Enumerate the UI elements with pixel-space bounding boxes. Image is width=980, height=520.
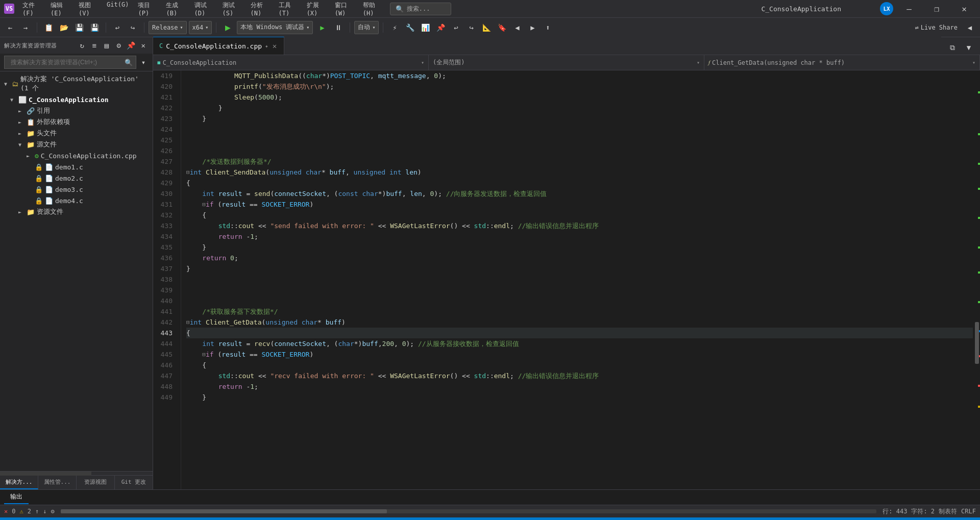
split-editor-button[interactable]: ⧉	[945, 40, 960, 55]
close-sidebar-icon[interactable]: ✕	[138, 40, 149, 51]
status-bar: ⚡ 就绪 ↑↓ 0 / 0 ↑ ✏ 字符: 2 ⑂ master 🖥 ECRS-…	[0, 517, 980, 520]
menu-extensions[interactable]: 扩展(X)	[303, 0, 330, 19]
code-content[interactable]: MQTT_PublishData((char*)POST_TOPIC, mqtt…	[181, 70, 973, 489]
menu-help[interactable]: 帮助(H)	[359, 0, 386, 19]
toolbar-btn-7[interactable]: 📐	[479, 20, 494, 35]
line-num-435: 435	[153, 242, 177, 253]
undo-button[interactable]: ↩	[110, 20, 125, 35]
toolbar-btn-10[interactable]: ▶	[525, 20, 540, 35]
tree-item-source[interactable]: ▼ 📁 源文件	[0, 139, 153, 150]
toolbar-btn-5[interactable]: ↩	[449, 20, 463, 35]
up-arrow-btn[interactable]: ↑	[35, 508, 39, 515]
code-editor[interactable]: 419 420 421 422 423 424 425 426 427 428 …	[153, 70, 980, 489]
filter-btn[interactable]: ⚙	[51, 508, 54, 515]
toolbar-separator-5	[350, 22, 350, 33]
tree-item-headers[interactable]: ► 📁 头文件	[0, 128, 153, 139]
error-count[interactable]: 0	[12, 508, 15, 515]
collapse-button[interactable]: ◀	[963, 20, 977, 35]
forward-button[interactable]: →	[18, 20, 33, 35]
menu-project[interactable]: 项目(P)	[134, 0, 161, 19]
new-project-button[interactable]: 📋	[41, 20, 56, 35]
sidebar: 解决方案资源管理器 ↻ ≡ ▤ ⚙ 📌 ✕ 🔍 ▾ ▼ 🗂 解决方案 'C_	[0, 37, 153, 489]
menu-debug[interactable]: 调试(D)	[190, 0, 217, 19]
new-solution-icon[interactable]: ≡	[89, 40, 100, 51]
run-button[interactable]: ▶	[220, 20, 235, 35]
tree-item-external-deps[interactable]: ► 📋 外部依赖项	[0, 116, 153, 128]
line-num-423: 423	[153, 113, 177, 124]
menu-bar: 文件(F) 编辑(E) 视图(V) Git(G) 项目(P) 生成(B) 调试(…	[18, 0, 386, 19]
down-arrow-btn[interactable]: ↓	[43, 508, 46, 515]
code-nav-class[interactable]: ◼ C_ConsoleApplication ▾	[153, 55, 429, 70]
sidebar-tab-git[interactable]: Git 更改	[115, 476, 153, 489]
collapse-panel-button[interactable]: ▼	[962, 40, 976, 55]
toolbar-btn-3[interactable]: 📊	[418, 20, 432, 35]
menu-window[interactable]: 窗口(W)	[331, 0, 358, 19]
tree-item-demo4[interactable]: ► 🔒 📄 demo4.c	[0, 195, 153, 206]
minimize-button[interactable]: —	[897, 0, 921, 18]
menu-git[interactable]: Git(G)	[103, 0, 133, 19]
tab-close-button[interactable]: ✕	[272, 42, 278, 50]
headers-icon: 📁	[27, 130, 35, 137]
tree-item-demo3[interactable]: ► 🔒 📄 demo3.c	[0, 184, 153, 195]
toolbar-btn-6[interactable]: ↪	[464, 20, 478, 35]
sidebar-tab-resource[interactable]: 资源视图	[77, 476, 115, 489]
sync-icon[interactable]: ↻	[77, 40, 87, 51]
code-nav-scope[interactable]: (全局范围) ▾	[429, 55, 704, 70]
settings-icon[interactable]: ⚙	[114, 40, 124, 51]
show-files-icon[interactable]: ▤	[102, 40, 112, 51]
tree-item-project[interactable]: ▼ ⬜ C_ConsoleApplication	[0, 94, 153, 105]
toolbar-btn-4[interactable]: 📌	[433, 20, 448, 35]
output-tab[interactable]: 输出	[4, 490, 29, 504]
open-button[interactable]: 📂	[57, 20, 71, 35]
references-icon: 🔗	[27, 107, 35, 115]
warning-count[interactable]: 2	[28, 508, 31, 515]
tree-item-references[interactable]: ► 🔗 引用	[0, 105, 153, 116]
maximize-button[interactable]: ❐	[925, 0, 948, 18]
tree-item-main-cpp[interactable]: ► ⚙ C_ConsoleApplication.cpp	[0, 150, 153, 161]
menu-analyze[interactable]: 分析(N)	[247, 0, 274, 19]
menu-tools[interactable]: 工具(T)	[275, 0, 302, 19]
search-box[interactable]: 🔍 搜索...	[390, 3, 451, 15]
toolbar-btn-8[interactable]: 🔖	[495, 20, 509, 35]
tree-item-resources[interactable]: ► 📁 资源文件	[0, 206, 153, 217]
search-input[interactable]	[8, 57, 122, 67]
toolbar-btn-11[interactable]: ⬆	[541, 20, 555, 35]
menu-view[interactable]: 视图(V)	[75, 0, 102, 19]
tree-item-demo2[interactable]: ► 🔒 📄 demo2.c	[0, 172, 153, 184]
toolbar-btn-2[interactable]: 🔧	[403, 20, 417, 35]
close-button[interactable]: ✕	[952, 0, 976, 18]
config-dropdown[interactable]: Release ▾	[149, 21, 187, 34]
back-button[interactable]: ←	[3, 20, 17, 35]
menu-file[interactable]: 文件(F)	[18, 0, 45, 19]
redo-button[interactable]: ↪	[126, 20, 140, 35]
toolbar-btn-1[interactable]: ⚡	[387, 20, 402, 35]
editor-scrollbar[interactable]	[973, 70, 980, 489]
tree-item-demo1[interactable]: ► 🔒 📄 demo1.c	[0, 161, 153, 172]
line-num-444: 444	[153, 338, 177, 349]
arch-dropdown[interactable]: x64 ▾	[189, 21, 212, 34]
live-share-button[interactable]: ⇌ Live Share	[912, 24, 961, 31]
user-avatar[interactable]: LX	[880, 2, 893, 15]
editor-tab-main[interactable]: C C_ConsoleApplication.cpp ✦ ✕	[153, 37, 284, 55]
menu-build[interactable]: 生成(B)	[162, 0, 189, 19]
auto-dropdown[interactable]: 自动 ▾	[354, 21, 379, 34]
pause-button[interactable]: ⏸	[331, 20, 346, 35]
code-line-419: MQTT_PublishData((char*)POST_TOPIC, mqtt…	[186, 70, 973, 81]
tree-item-solution[interactable]: ▼ 🗂 解决方案 'C_ConsoleApplication' (1 个	[0, 73, 153, 94]
sidebar-tab-properties[interactable]: 属性管...	[38, 476, 77, 489]
save-all-button[interactable]: 💾	[87, 20, 102, 35]
code-line-442: ⊟int Client_GetData(unsigned char* buff)	[186, 317, 973, 328]
save-button[interactable]: 💾	[72, 20, 86, 35]
code-nav-function[interactable]: 𝑓 Client_GetData(unsigned char * buff) ▾	[704, 55, 980, 70]
run-without-debug-button[interactable]: ▶	[315, 20, 329, 35]
code-line-427: /*发送数据到服务器*/	[186, 156, 973, 167]
sidebar-tab-solution[interactable]: 解决方...	[0, 476, 38, 489]
menu-edit[interactable]: 编辑(E)	[46, 0, 74, 19]
toolbar-btn-9[interactable]: ◀	[510, 20, 524, 35]
arch-label: x64	[192, 24, 204, 31]
pin-icon[interactable]: 📌	[126, 40, 136, 51]
search-options-button[interactable]: ▾	[138, 57, 149, 67]
menu-test[interactable]: 测试(S)	[218, 0, 246, 19]
debug-target-dropdown[interactable]: 本地 Windows 调试器 ▾	[237, 21, 313, 34]
live-share-icon: ⇌	[915, 24, 919, 31]
